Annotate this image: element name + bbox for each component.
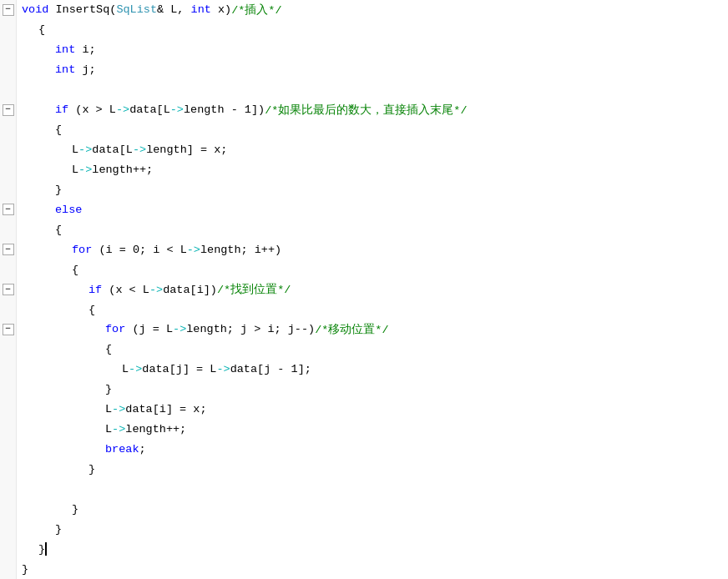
gutter-cell <box>0 120 17 140</box>
token-arrow: -> <box>170 103 184 116</box>
token-plain: length++; <box>125 423 186 436</box>
token-plain: } <box>88 463 95 476</box>
code-line: } <box>17 380 728 400</box>
code-line: L->data[L->length] = x; <box>17 140 728 160</box>
token-kw: for <box>105 323 125 335</box>
gutter-cell <box>0 300 17 320</box>
token-comment: /*插入*/ <box>231 3 281 18</box>
code-line: L->length++; <box>17 160 728 180</box>
code-line: for (j = L->length; j > i; j--)/*移动位置*/ <box>17 320 728 340</box>
gutter-cell <box>0 259 17 279</box>
token-plain: length++; <box>92 164 153 176</box>
collapse-button[interactable]: − <box>3 284 14 295</box>
token-plain: { <box>105 343 112 355</box>
code-line: } <box>17 539 728 559</box>
token-arrow: -> <box>78 164 92 176</box>
code-line: } <box>17 179 728 199</box>
code-line: else <box>17 199 728 219</box>
gutter-cell <box>0 440 17 460</box>
token-arrow: -> <box>78 143 92 156</box>
token-plain: (x > L <box>68 103 116 116</box>
gutter-cell <box>0 480 17 500</box>
gutter-cell <box>0 499 17 519</box>
code-line: } <box>17 519 728 539</box>
token-comment: /*找到位置*/ <box>217 282 291 297</box>
code-line: } <box>17 460 728 480</box>
token-plain: data[j] = L <box>142 363 216 375</box>
token-plain: data[j - 1]; <box>230 363 311 375</box>
text-cursor <box>45 542 47 556</box>
token-plain: { <box>72 264 78 276</box>
token-kw-type: int <box>55 63 75 76</box>
code-line: } <box>17 499 728 519</box>
token-plain: } <box>22 563 28 576</box>
token-plain: L <box>105 403 112 415</box>
token-plain: i; <box>75 43 95 56</box>
token-plain: } <box>38 543 45 556</box>
token-plain: } <box>72 503 78 516</box>
gutter-cell <box>0 219 17 239</box>
gutter-cell <box>0 60 17 80</box>
token-arrow: -> <box>116 103 129 116</box>
code-line: for (i = 0; i < L->length; i++) <box>17 239 728 259</box>
gutter-cell <box>0 160 17 180</box>
code-line: L->data[i] = x; <box>17 400 728 420</box>
token-kw-type: int <box>55 43 75 56</box>
gutter-cell[interactable]: − <box>0 0 17 20</box>
collapse-button[interactable]: − <box>3 4 14 16</box>
code-line: { <box>17 219 728 239</box>
code-line: { <box>17 20 728 40</box>
token-kw-type: int <box>191 3 211 16</box>
token-plain: ; <box>139 443 146 456</box>
token-arrow: -> <box>216 363 230 375</box>
gutter-cell[interactable]: − <box>0 279 17 300</box>
gutter-cell[interactable]: − <box>0 100 17 120</box>
collapse-button[interactable]: − <box>3 104 14 116</box>
code-line: if (x > L->data[L->length - 1])/*如果比最后的数… <box>17 100 728 120</box>
gutter-cell <box>0 519 17 539</box>
collapse-button[interactable]: − <box>3 204 14 215</box>
gutter-cell[interactable]: − <box>0 320 17 340</box>
token-plain: } <box>55 523 62 536</box>
gutter-cell <box>0 40 17 60</box>
code-line: int j; <box>17 60 728 80</box>
token-arrow: -> <box>129 363 142 375</box>
code-line: break; <box>17 440 728 460</box>
gutter-cell <box>0 340 17 360</box>
gutter-cell[interactable]: − <box>0 239 17 259</box>
gutter-cell[interactable]: − <box>0 199 17 219</box>
token-kw: else <box>55 204 82 216</box>
token-arrow: -> <box>133 143 146 156</box>
token-plain: L <box>105 423 112 436</box>
collapse-button[interactable]: − <box>3 324 14 335</box>
code-area: void InsertSq(SqList& L, int x)/*插入*/{in… <box>17 0 728 579</box>
code-line <box>17 80 728 100</box>
collapse-button[interactable]: − <box>3 244 14 255</box>
token-plain: { <box>38 23 45 36</box>
token-kw: if <box>88 284 102 296</box>
token-arrow: -> <box>173 323 186 335</box>
code-content: −−−−−− void InsertSq(SqList& L, int x)/*… <box>0 0 728 579</box>
gutter-cell <box>0 400 17 420</box>
token-plain: length - 1]) <box>184 103 265 116</box>
token-plain: { <box>55 224 62 236</box>
token-plain: data[i]) <box>163 284 217 296</box>
token-arrow: -> <box>187 244 200 256</box>
code-line: void InsertSq(SqList& L, int x)/*插入*/ <box>17 0 728 20</box>
gutter-cell <box>0 460 17 480</box>
gutter-cell <box>0 179 17 199</box>
token-plain: (i = 0; i < L <box>92 244 186 256</box>
code-line: int i; <box>17 40 728 60</box>
code-line: { <box>17 120 728 140</box>
token-plain: InsertSq( <box>48 3 116 16</box>
token-kw: void <box>22 3 48 16</box>
token-plain: L <box>72 164 78 176</box>
code-line: L->length++; <box>17 420 728 440</box>
token-arrow: -> <box>112 423 125 436</box>
token-plain: x) <box>211 3 231 16</box>
token-plain: j; <box>75 63 95 76</box>
code-line: L->data[j] = L->data[j - 1]; <box>17 360 728 380</box>
gutter-cell <box>0 360 17 380</box>
token-plain: L <box>72 143 78 156</box>
token-plain: (x < L <box>102 284 149 296</box>
